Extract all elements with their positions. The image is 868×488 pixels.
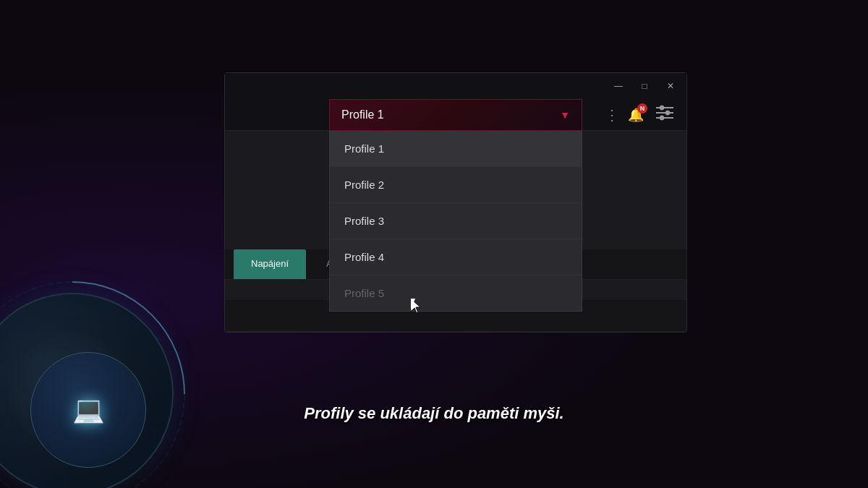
profile-item-1[interactable]: Profile 1 bbox=[330, 131, 582, 167]
notification-button[interactable]: 🔔 N bbox=[626, 105, 646, 125]
notification-badge: N bbox=[637, 103, 647, 114]
profile-item-4[interactable]: Profile 4 bbox=[330, 239, 582, 275]
profile-item-5: Profile 5 bbox=[330, 275, 582, 311]
settings-sliders-button[interactable] bbox=[652, 102, 678, 127]
maximize-button[interactable]: □ bbox=[634, 76, 655, 96]
svg-point-5 bbox=[660, 116, 664, 120]
profile-item-2[interactable]: Profile 2 bbox=[330, 167, 582, 203]
profile-item-3[interactable]: Profile 3 bbox=[330, 203, 582, 239]
profile-select[interactable]: Profile 1 ▼ bbox=[329, 99, 582, 131]
svg-point-6 bbox=[0, 282, 184, 488]
profile-select-arrow: ▼ bbox=[560, 109, 570, 121]
app-window: — □ ✕ ⋮ 🔔 N Profile 1 ▼ Profile 1 bbox=[224, 72, 687, 333]
more-options-button[interactable]: ⋮ bbox=[605, 106, 620, 124]
subtitle-text: Profily se ukládají do paměti myši. bbox=[304, 404, 563, 423]
svg-point-3 bbox=[665, 111, 670, 115]
decorative-circle: 💻 MONITORING bbox=[0, 278, 188, 488]
profile-dropdown-list: Profile 1 Profile 2 Profile 3 Profile 4 … bbox=[329, 131, 582, 312]
tab-napajeni[interactable]: Napájení bbox=[234, 249, 306, 279]
minimize-button[interactable]: — bbox=[608, 76, 629, 96]
title-bar: — □ ✕ bbox=[225, 73, 686, 99]
close-button[interactable]: ✕ bbox=[660, 76, 681, 96]
svg-point-1 bbox=[660, 106, 664, 110]
profile-select-label: Profile 1 bbox=[341, 108, 384, 121]
profile-dropdown-container: Profile 1 ▼ Profile 1 Profile 2 Profile … bbox=[329, 99, 582, 312]
